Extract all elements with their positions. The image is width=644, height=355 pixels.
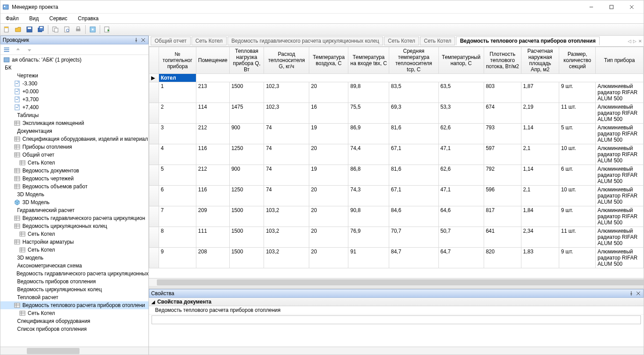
column-header[interactable]: Тепловая нагрузка прибора Q, Вт	[229, 47, 264, 74]
tree-item[interactable]: Настройки арматуры	[0, 238, 148, 246]
table-row[interactable]: 12131500102,32089,883,563,58031,879 шт.А…	[149, 82, 644, 103]
cell[interactable]: 2,34	[521, 227, 559, 248]
cell[interactable]: Алюминиевый радиатор RIFAR ALUM 500	[596, 124, 644, 144]
cell[interactable]: 641	[484, 227, 521, 248]
column-header[interactable]: Размер, количество секций	[559, 47, 596, 74]
column-header[interactable]: Расход теплоносителя G, кг/ч	[264, 47, 309, 74]
cell[interactable]: 63,5	[438, 82, 484, 103]
cell[interactable]: 53,3	[438, 103, 484, 124]
cell[interactable]: 212	[196, 124, 230, 144]
tree-item[interactable]: Гидравлический расчет	[0, 206, 148, 214]
tree-item[interactable]: Общий отчет	[0, 151, 148, 159]
tree-item[interactable]: Ведомость теплового расчета приборов ото…	[0, 301, 148, 309]
cell[interactable]: 64,7	[438, 248, 484, 268]
grid-container[interactable]: № топительног прибораПомещениеТепловая н…	[149, 46, 644, 278]
cell[interactable]: Алюминиевый радиатор RIFAR ALUM 500	[596, 144, 644, 165]
tab[interactable]: Сеть Котел	[384, 37, 419, 45]
cell[interactable]: 74	[264, 144, 309, 165]
cell[interactable]: 1,84	[521, 206, 559, 227]
cell[interactable]: 102,3	[264, 82, 309, 103]
cell[interactable]: 74,4	[348, 144, 389, 165]
cell[interactable]: 900	[229, 124, 264, 144]
pin-icon[interactable]	[628, 290, 634, 296]
cell[interactable]: 116	[196, 144, 230, 165]
cell[interactable]: 47,1	[438, 144, 484, 165]
tree-item[interactable]: Ведомость документов	[0, 167, 148, 175]
cell[interactable]: Алюминиевый радиатор RIFAR ALUM 500	[596, 82, 644, 103]
tab[interactable]: Общий отчет	[151, 37, 191, 45]
cell[interactable]: 103,2	[264, 248, 309, 268]
cell[interactable]: 84,7	[389, 248, 438, 268]
toolbar-settings-button[interactable]	[87, 25, 98, 34]
menu-service[interactable]: Сервис	[47, 15, 70, 22]
close-panel-icon[interactable]	[635, 290, 641, 296]
cell[interactable]: 1500	[229, 206, 264, 227]
cell[interactable]: 76,9	[348, 227, 389, 248]
cell[interactable]: 793	[484, 124, 521, 144]
cell[interactable]: 213	[196, 82, 230, 103]
tree-item[interactable]: Список приборов отопления	[0, 325, 148, 333]
tree-item[interactable]: Экспликация помещений	[0, 119, 148, 127]
tree-item[interactable]: Ведомость гидравлического расчета циркул…	[0, 214, 148, 222]
close-button[interactable]	[622, 0, 642, 14]
cell[interactable]: 820	[484, 248, 521, 268]
cell[interactable]: 6 шт.	[559, 165, 596, 186]
tree-item[interactable]: Сеть Котел	[0, 309, 148, 317]
cell[interactable]: 116	[196, 186, 230, 206]
cell[interactable]: 10 шт.	[559, 186, 596, 206]
cell[interactable]: 803	[484, 82, 521, 103]
cell[interactable]: 19	[309, 165, 348, 186]
cell[interactable]: Алюминиевый радиатор RIFAR ALUM 500	[596, 206, 644, 227]
cell[interactable]: 19	[309, 124, 348, 144]
property-editor[interactable]	[152, 315, 641, 324]
toolbar-new-button[interactable]	[1, 25, 12, 34]
tree-item[interactable]: Сеть Котел	[0, 159, 148, 167]
cell[interactable]: 2,1	[521, 144, 559, 165]
cell[interactable]: Алюминиевый радиатор RIFAR ALUM 500	[596, 103, 644, 124]
group-cell[interactable]: Котел	[159, 74, 196, 82]
cell[interactable]: 86,9	[348, 124, 389, 144]
cell[interactable]: 50,7	[438, 227, 484, 248]
tab-next-icon[interactable]: ▷	[633, 39, 637, 44]
tab-close-icon[interactable]: ✕	[638, 39, 642, 44]
tree-item[interactable]: 3D Модель	[0, 190, 148, 198]
cell[interactable]: 6	[159, 186, 196, 206]
cell[interactable]: 74	[264, 124, 309, 144]
cell[interactable]: Алюминиевый радиатор RIFAR ALUM 500	[596, 248, 644, 268]
cell[interactable]: 90,8	[348, 206, 389, 227]
maximize-button[interactable]	[601, 0, 622, 14]
tree-item[interactable]: +7,400	[0, 103, 148, 111]
table-row[interactable]: 3212900741986,981,662,67931,145 шт.Алюми…	[149, 124, 644, 144]
cell[interactable]: 20	[309, 206, 348, 227]
tree-item[interactable]: Ведомость гидравлического расчета циркул…	[0, 270, 148, 278]
table-row[interactable]: 5212900741986,881,662,67921,146 шт.Алюми…	[149, 165, 644, 186]
close-panel-icon[interactable]	[140, 37, 146, 43]
cell[interactable]: 75,5	[348, 103, 389, 124]
cell[interactable]: 114	[196, 103, 230, 124]
cell[interactable]: 2	[159, 103, 196, 124]
menu-file[interactable]: Файл	[3, 15, 22, 22]
cell[interactable]: 20	[309, 227, 348, 248]
tree-item[interactable]: Ведомость циркуляционных колец	[0, 285, 148, 293]
cell[interactable]: 1250	[229, 186, 264, 206]
tree-item[interactable]: Ведомость объемов работ	[0, 183, 148, 190]
tree-item[interactable]: Тепловой расчет	[0, 293, 148, 301]
cell[interactable]: 103,2	[264, 206, 309, 227]
tab[interactable]: Ведомость теплового расчета приборов ото…	[456, 37, 600, 45]
tree-item[interactable]: Сеть Котел	[0, 246, 148, 254]
cell[interactable]: 1,14	[521, 165, 559, 186]
table-row[interactable]: 72091500103,22090,884,664,68171,849 шт.А…	[149, 206, 644, 227]
toolbar-open-button[interactable]	[13, 25, 23, 34]
cell[interactable]: 1,14	[521, 124, 559, 144]
column-header[interactable]: Расчетная наружная площадь Апр, м2	[521, 47, 559, 74]
tree-item[interactable]: Ведомость чертежей	[0, 175, 148, 183]
cell[interactable]: 62,6	[438, 124, 484, 144]
toolbar-preview-button[interactable]	[62, 25, 72, 34]
tree-down-button[interactable]	[24, 45, 35, 55]
cell[interactable]: 5	[159, 165, 196, 186]
cell[interactable]: 1,83	[521, 248, 559, 268]
cell[interactable]: 89,8	[348, 82, 389, 103]
cell[interactable]: 1500	[229, 82, 264, 103]
toolbar-export-button[interactable]	[102, 25, 112, 34]
toolbar-copy-button[interactable]	[50, 25, 61, 34]
